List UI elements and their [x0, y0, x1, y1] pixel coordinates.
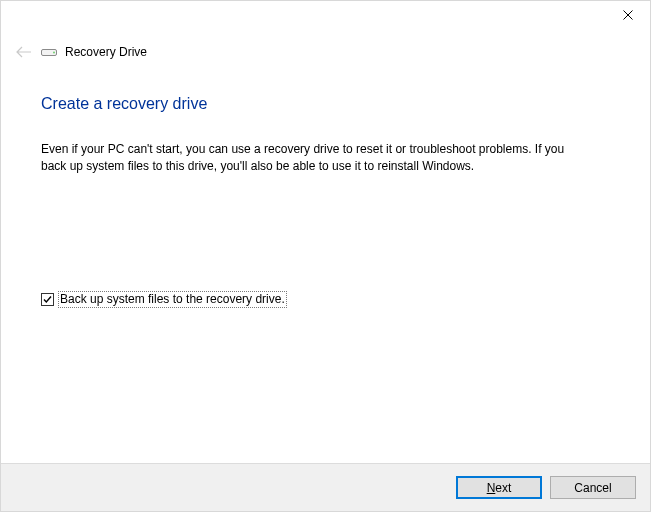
next-button-accel: N [487, 481, 496, 495]
backup-checkbox-label: Back up system files to the recovery dri… [58, 291, 287, 308]
backup-checkbox[interactable] [41, 293, 54, 306]
content-area: Create a recovery drive Even if your PC … [1, 65, 650, 175]
close-icon [623, 10, 633, 20]
close-button[interactable] [605, 1, 650, 29]
header-title: Recovery Drive [65, 45, 147, 59]
footer-button-bar: Next Cancel [1, 463, 650, 511]
back-button [15, 43, 33, 61]
header-row: Recovery Drive [1, 29, 650, 65]
checkmark-icon [42, 294, 53, 305]
next-button[interactable]: Next [456, 476, 542, 499]
titlebar [1, 1, 650, 29]
next-button-rest: ext [495, 481, 511, 495]
cancel-button[interactable]: Cancel [550, 476, 636, 499]
cancel-button-label: Cancel [574, 481, 611, 495]
svg-point-3 [53, 52, 55, 54]
drive-icon [41, 46, 57, 58]
page-title: Create a recovery drive [41, 95, 610, 113]
recovery-drive-wizard-window: Recovery Drive Create a recovery drive E… [0, 0, 651, 512]
page-description: Even if your PC can't start, you can use… [41, 141, 581, 175]
back-arrow-icon [16, 46, 32, 58]
backup-checkbox-row[interactable]: Back up system files to the recovery dri… [41, 291, 287, 308]
